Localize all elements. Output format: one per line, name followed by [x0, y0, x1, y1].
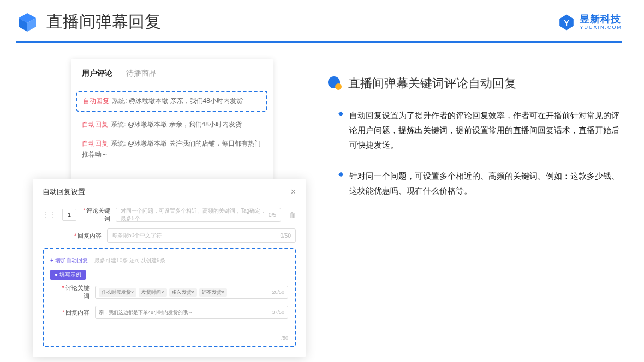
tab-user-comments[interactable]: 用户评论 — [82, 69, 112, 79]
system-label: 系统: — [111, 140, 126, 147]
auto-reply-tag: 自动回复 — [83, 97, 109, 105]
connector-line — [295, 92, 295, 277]
example-reply-input[interactable]: 亲，我们这边都是下单48小时内发货的哦～ 37/50 — [95, 306, 288, 319]
keyword-tag[interactable]: 什么时候发货× — [99, 288, 136, 297]
comment-row: 自动回复 系统: @冰墩墩本墩 亲亲，我们48小时内发货 — [82, 115, 262, 134]
system-label: 系统: — [112, 97, 127, 105]
chat-bubble-icon — [327, 76, 343, 91]
comment-row: 自动回复 系统: @冰墩墩本墩 关注我们的店铺，每日都有热门推荐呦～ — [82, 134, 262, 164]
dialog-title: 自动回复设置 — [43, 187, 85, 197]
comment-text: @冰墩墩本墩 亲亲，我们48小时内发货 — [129, 97, 243, 105]
section-title: 直播间弹幕关键词评论自动回复 — [348, 75, 516, 92]
brand: Y 昱新科技 YUUXIN.COM — [558, 14, 622, 31]
reply-label: *回复内容 — [73, 232, 102, 240]
example-section: + 增加自动回复 最多可建10条 还可以创建9条 ● 填写示例 *评论关键词 什… — [43, 248, 296, 347]
comment-highlighted: 自动回复 系统: @冰墩墩本墩 亲亲，我们48小时内发货 — [76, 90, 267, 112]
keyword-label: *评论关键词 — [82, 207, 110, 223]
example-keyword-input[interactable]: 什么时候发货× 发货时间× 多久发货× 还不发货× 20/50 — [95, 286, 288, 299]
example-reply-counter: 37/50 — [272, 310, 284, 315]
bullet-item: 针对同一个问题，可设置多个相近的、高频的关键词。例如：这款多少钱、这块能优惠吗、… — [338, 168, 622, 198]
example-reply-label: *回复内容 — [61, 309, 90, 317]
keyword-input[interactable]: 对同一个问题，可设置多个相近、高频的关键词，Tag确定，最多5个 0/5 — [116, 208, 281, 222]
connector-line — [329, 92, 349, 92]
auto-reply-settings-dialog: 自动回复设置 × ⋮⋮ 1 *评论关键词 对同一个问题，可设置多个相近、高频的关… — [33, 179, 306, 357]
auto-reply-tag: 自动回复 — [82, 120, 108, 128]
svg-point-6 — [335, 83, 342, 90]
comment-text: @冰墩墩本墩 亲亲，我们48小时内发货 — [128, 120, 242, 128]
cube-icon — [16, 11, 38, 33]
svg-text:Y: Y — [564, 18, 570, 27]
comments-panel: 用户评论 待播商品 自动回复 系统: @冰墩墩本墩 亲亲，我们48小时内发货 自… — [71, 59, 273, 180]
reply-counter: 0/50 — [281, 233, 291, 239]
keyword-tag[interactable]: 发货时间× — [139, 288, 166, 297]
brand-logo-icon: Y — [558, 14, 575, 31]
add-hint: 最多可建10条 还可以创建9条 — [94, 257, 165, 263]
page-title: 直播间弹幕回复 — [46, 11, 558, 33]
example-keyword-label: *评论关键词 — [61, 284, 90, 300]
drag-handle-icon[interactable]: ⋮⋮ — [43, 211, 56, 219]
comment-text: @冰墩墩本墩 关注我们的店铺，每日都有热门推荐呦～ — [82, 140, 261, 158]
auto-reply-tag: 自动回复 — [82, 140, 108, 147]
connector-line — [285, 277, 295, 277]
tab-pending-products[interactable]: 待播商品 — [126, 69, 157, 79]
example-badge: ● 填写示例 — [50, 270, 86, 280]
keyword-counter: 0/5 — [269, 212, 276, 218]
brand-url: YUUXIN.COM — [580, 25, 622, 30]
system-label: 系统: — [111, 120, 126, 128]
brand-name: 昱新科技 — [580, 14, 622, 24]
add-auto-reply-link[interactable]: + 增加自动回复 — [50, 257, 88, 264]
rule-index: 1 — [62, 209, 76, 221]
reply-input[interactable]: 每条限50个中文字符 0/50 — [107, 228, 296, 243]
keyword-tag[interactable]: 多久发货× — [169, 288, 197, 297]
keyword-tag[interactable]: 还不发货× — [199, 288, 227, 297]
bullet-item: 自动回复设置为了提升作者的评论回复效率，作者可在开播前针对常见的评论用户问题，提… — [338, 108, 622, 152]
example-keyword-counter: 20/50 — [272, 289, 284, 295]
bottom-counter: /50 — [281, 335, 288, 341]
